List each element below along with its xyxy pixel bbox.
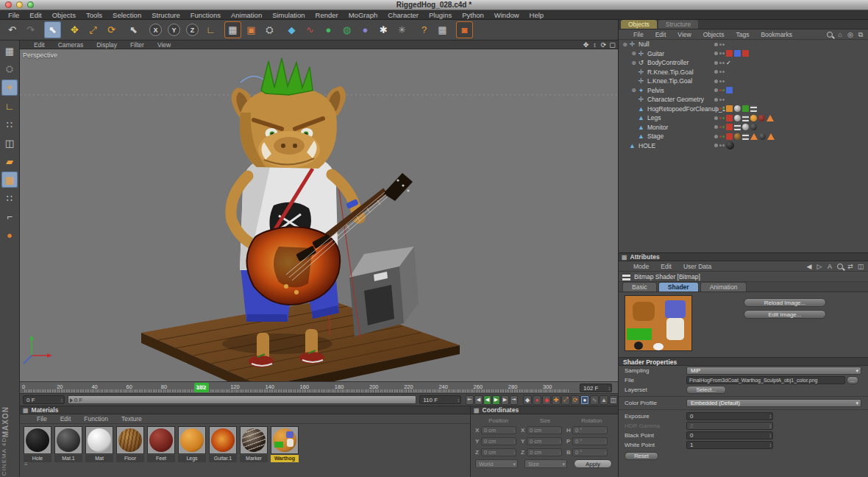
om-menu-file[interactable]: File	[627, 31, 650, 38]
key-pla-toggle[interactable]: ∿	[590, 395, 599, 405]
tab-objects[interactable]: Objects	[621, 20, 657, 29]
black-point-field[interactable]: 0	[686, 431, 773, 439]
red-tag[interactable]	[726, 50, 733, 57]
materials-menu-edit[interactable]: Edit	[54, 415, 78, 423]
range-end-field[interactable]: 110 F	[419, 395, 461, 404]
material-thumbnail[interactable]	[116, 426, 144, 454]
visibility-dots[interactable]	[714, 88, 725, 92]
visible-editor-dot[interactable]	[719, 43, 722, 46]
coordinate-space-dropdown[interactable]: World	[475, 459, 518, 468]
snap-settings[interactable]: ●	[1, 227, 18, 243]
menu-window[interactable]: Window	[489, 11, 524, 19]
visible-render-dot[interactable]	[722, 99, 725, 101]
preview-range-slider[interactable]: 0 F	[68, 395, 416, 404]
filter-icon[interactable]: ◎	[846, 30, 855, 39]
key-position-toggle[interactable]: ✚	[552, 395, 561, 405]
add-simulation[interactable]: ◍	[338, 21, 355, 38]
next-frame-button[interactable]: ▶	[501, 395, 509, 405]
attr-menu-user-data[interactable]: User Data	[677, 263, 717, 270]
material-mat-1[interactable]: Mat.1	[54, 426, 84, 462]
key-parameter-toggle[interactable]: ●	[580, 395, 589, 405]
material-thumbnail[interactable]	[24, 426, 51, 454]
menu-file[interactable]: File	[3, 11, 24, 19]
visible-render-dot[interactable]	[722, 62, 725, 64]
uv-tag[interactable]	[742, 115, 749, 121]
content-browser[interactable]: ◙	[456, 21, 473, 38]
tree-row-pelvis[interactable]: ⊕✦Pelvis	[619, 86, 868, 96]
tree-row-null[interactable]: ⊕✛Null	[619, 40, 868, 49]
visible-render-dot[interactable]	[722, 135, 725, 138]
object-axis-mode[interactable]: ⌖	[1, 80, 18, 96]
visibility-dots[interactable]	[714, 70, 725, 74]
material-thumbnail[interactable]	[147, 426, 175, 454]
layer-dot[interactable]	[714, 107, 718, 110]
timeline-ruler[interactable]: 102 102 F 020406080100120140160180200220…	[20, 381, 618, 394]
red-tag[interactable]	[742, 50, 749, 57]
material-floor[interactable]: Floor	[116, 426, 146, 462]
tree-row-r-knee-tip-goal[interactable]: ✛R.Knee.Tip.Goal	[619, 68, 868, 77]
menu-simulation[interactable]: Simulation	[267, 11, 310, 19]
layer-dot[interactable]	[714, 43, 718, 46]
menu-help[interactable]: Help	[524, 11, 549, 19]
visible-render-dot[interactable]	[722, 117, 725, 119]
phong-tag[interactable]	[742, 124, 749, 130]
menu-mograph[interactable]: MoGraph	[344, 11, 383, 19]
om-menu-view[interactable]: View	[672, 31, 697, 38]
viewport-menu-view[interactable]: View	[151, 41, 177, 49]
visible-render-dot[interactable]	[722, 52, 725, 54]
render-settings[interactable]: ⛭	[261, 21, 278, 38]
layer-dot[interactable]	[714, 70, 718, 74]
rotate-view-icon[interactable]: ⟳	[600, 41, 608, 49]
visible-editor-dot[interactable]	[719, 126, 722, 128]
material-legs[interactable]: Legs	[178, 426, 207, 462]
workplane-mode[interactable]: ⌐	[1, 208, 18, 225]
layerset-select-button[interactable]: Select...	[686, 386, 726, 394]
add-particles[interactable]: ✳	[394, 21, 410, 38]
dark-sphere-tag[interactable]	[750, 124, 757, 130]
add-cube-object[interactable]: ◆	[283, 21, 300, 38]
white-point-field[interactable]: 1	[686, 441, 773, 449]
orange-sphere-tag[interactable]	[750, 115, 757, 121]
record-button[interactable]: ●	[533, 395, 541, 405]
coordinate-system[interactable]: ∟	[202, 21, 219, 38]
y-axis-lock[interactable]: Y	[166, 21, 182, 38]
material-hole[interactable]: Hole	[24, 426, 53, 462]
attr-tab-animation[interactable]: Animation	[700, 282, 747, 292]
points-mode[interactable]: ∷	[1, 116, 18, 132]
tab-structure[interactable]: Structure	[658, 20, 699, 29]
visible-render-dot[interactable]	[722, 107, 725, 110]
material-feet[interactable]: Feet	[147, 426, 177, 462]
exposure-field[interactable]: 0	[686, 412, 773, 420]
visible-render-dot[interactable]	[722, 80, 725, 82]
orange-figure-tag[interactable]	[726, 105, 733, 112]
menu-tools[interactable]: Tools	[81, 11, 107, 19]
blue-tag[interactable]	[734, 50, 741, 57]
layer-dot[interactable]	[714, 98, 718, 102]
layer-dot[interactable]	[714, 80, 718, 83]
om-menu-tags[interactable]: Tags	[730, 31, 755, 38]
material-thumbnail[interactable]	[209, 426, 237, 454]
visibility-dots[interactable]	[714, 107, 725, 110]
prev-frame-button[interactable]: ◀	[474, 395, 483, 405]
dark-sphere-tag[interactable]	[759, 133, 766, 140]
visible-render-dot[interactable]	[722, 71, 725, 73]
om-menu-objects[interactable]: Objects	[697, 31, 730, 38]
visibility-dots[interactable]	[714, 80, 725, 83]
materials-menu-function[interactable]: Function	[77, 415, 115, 423]
menu-selection[interactable]: Selection	[107, 11, 146, 19]
viewport-menu-display[interactable]: Display	[90, 41, 124, 49]
visible-editor-dot[interactable]	[719, 107, 722, 110]
goto-start-button[interactable]: ⇤	[466, 395, 474, 405]
layer-dot[interactable]	[714, 61, 718, 65]
tree-row-guitar[interactable]: ⊕✛Guitar	[619, 49, 868, 59]
visibility-dots[interactable]	[714, 125, 725, 129]
rotate-tool[interactable]: ⟳	[103, 21, 120, 38]
render-view[interactable]: ▦	[224, 21, 241, 38]
viewport-3d-canvas[interactable]	[20, 49, 618, 381]
texture-mode[interactable]: ▩	[1, 172, 18, 188]
material-mat[interactable]: Mat	[85, 426, 115, 462]
polygons-mode[interactable]: ▰	[1, 153, 18, 169]
z-axis-lock[interactable]: Z	[184, 21, 201, 38]
tree-row-character-geometry[interactable]: ✛Character Geometry	[619, 95, 868, 105]
materials-menu-file[interactable]: File	[30, 415, 54, 423]
